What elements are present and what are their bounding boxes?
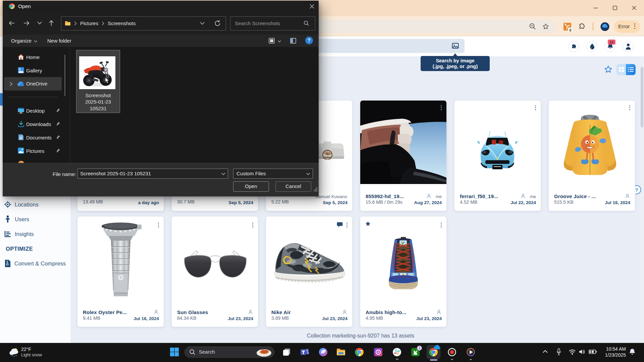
svg-text:?: ? <box>635 187 638 193</box>
svg-text:6: 6 <box>569 28 571 32</box>
